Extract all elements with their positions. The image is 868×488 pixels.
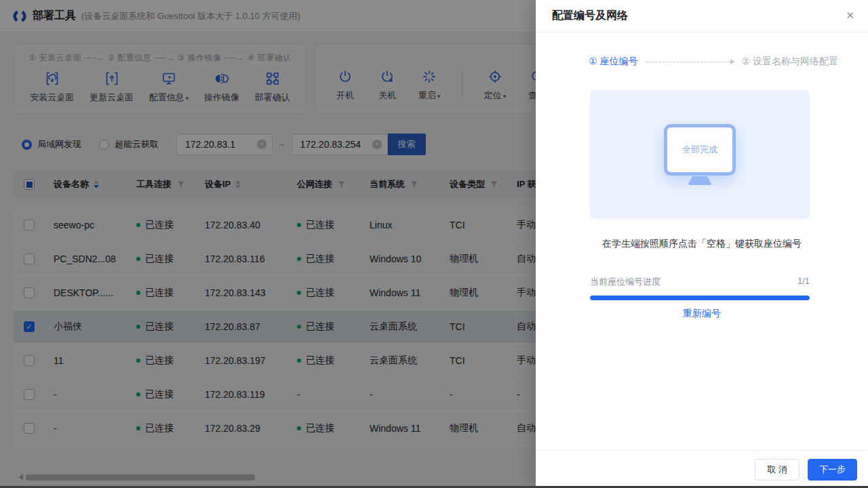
instruction-text: 在学生端按照顺序点击「空格」键获取座位编号 [536, 238, 868, 250]
renumber-link[interactable]: 重新编号 [536, 308, 868, 320]
wizard-step-name-network: ② 设置名称与网络配置 [742, 56, 838, 68]
progress-value: 1/1 [797, 276, 810, 288]
progress-bar [590, 296, 810, 300]
drawer-header: 配置编号及网络 ✕ [536, 0, 868, 33]
monitor-screen-icon: 全部完成 [664, 124, 736, 176]
cancel-button[interactable]: 取 消 [755, 459, 800, 481]
drawer-title: 配置编号及网络 [552, 9, 628, 23]
progress-bar-fill [590, 296, 810, 300]
progress-label: 当前座位编号进度 [590, 276, 660, 288]
monitor-screen-text: 全部完成 [682, 144, 717, 156]
wizard-steps: ① 座位编号 ② 设置名称与网络配置 [589, 56, 838, 68]
monitor-stand-icon [688, 176, 712, 185]
dashed-arrow-icon [646, 62, 733, 62]
config-drawer: 配置编号及网络 ✕ ① 座位编号 ② 设置名称与网络配置 全部完成 在学生端按照… [536, 0, 868, 488]
next-step-button[interactable]: 下一步 [808, 459, 857, 481]
close-icon[interactable]: ✕ [846, 9, 854, 22]
wizard-step-seat-number: ① 座位编号 [589, 56, 637, 68]
drawer-footer: 取 消 下一步 [536, 450, 868, 488]
monitor-illustration: 全部完成 [590, 90, 810, 219]
progress-header: 当前座位编号进度 1/1 [590, 276, 810, 288]
